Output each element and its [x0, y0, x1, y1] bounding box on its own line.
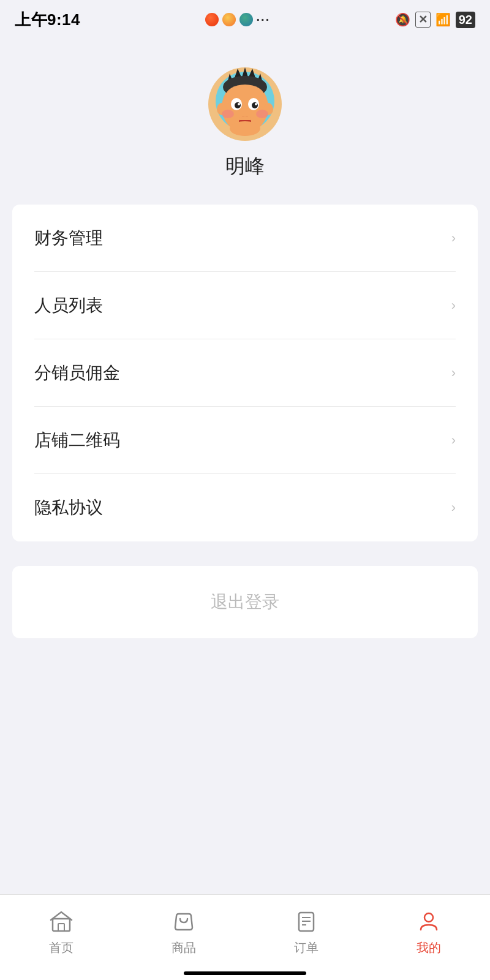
menu-item-privacy[interactable]: 隐私协议 ›	[12, 474, 478, 541]
nav-item-home[interactable]: 首页	[0, 907, 123, 956]
svg-rect-22	[53, 919, 70, 931]
nav-orders-label: 订单	[294, 940, 318, 956]
svg-point-14	[252, 102, 258, 108]
chevron-right-icon: ›	[451, 230, 456, 246]
nav-home-label: 首页	[49, 940, 74, 956]
battery-indicator: 92	[456, 12, 475, 28]
avatar-image	[208, 67, 282, 141]
wifi-icon: 📶	[435, 12, 451, 27]
avatar[interactable]	[208, 67, 282, 141]
svg-point-21	[230, 121, 260, 136]
nav-goods-label: 商品	[172, 940, 196, 956]
chevron-right-icon: ›	[451, 365, 456, 381]
goods-nav-icon	[169, 907, 198, 936]
menu-item-commission[interactable]: 分销员佣金 ›	[12, 339, 478, 407]
profile-section: 明峰	[0, 37, 490, 205]
status-bar: 上午9:14 ··· 🔕 ✕ 📶 92	[0, 0, 490, 37]
username-label: 明峰	[225, 153, 265, 180]
orders-nav-icon	[292, 907, 321, 936]
home-indicator	[184, 971, 306, 975]
svg-point-28	[424, 913, 433, 922]
svg-point-17	[222, 110, 234, 118]
logout-section: 退出登录	[12, 566, 478, 638]
menu-item-privacy-label: 隐私协议	[34, 496, 103, 519]
menu-item-qrcode[interactable]: 店铺二维码 ›	[12, 407, 478, 474]
status-app-icons: ···	[205, 13, 271, 27]
menu-item-finance[interactable]: 财务管理 ›	[12, 205, 478, 272]
menu-item-commission-label: 分销员佣金	[34, 361, 120, 385]
logout-button[interactable]: 退出登录	[211, 590, 279, 614]
nav-mine-label: 我的	[417, 940, 441, 956]
app-icon-3	[239, 13, 253, 26]
svg-point-18	[256, 110, 268, 118]
status-system-icons: 🔕 ✕ 📶 92	[395, 12, 475, 28]
nav-item-goods[interactable]: 商品	[123, 907, 245, 956]
svg-point-16	[255, 103, 257, 105]
svg-point-13	[235, 102, 241, 108]
more-icon: ···	[257, 13, 271, 27]
menu-item-qrcode-label: 店铺二维码	[34, 429, 120, 452]
nav-item-orders[interactable]: 订单	[245, 907, 368, 956]
home-nav-icon	[47, 907, 76, 936]
nav-item-mine[interactable]: 我的	[368, 907, 490, 956]
app-icon-2	[222, 13, 236, 26]
menu-item-personnel[interactable]: 人员列表 ›	[12, 272, 478, 339]
chevron-right-icon: ›	[451, 432, 456, 448]
mine-nav-icon	[414, 907, 443, 936]
svg-point-15	[238, 103, 240, 105]
x-icon: ✕	[415, 12, 431, 28]
status-time: 上午9:14	[15, 9, 80, 31]
menu-item-finance-label: 财务管理	[34, 227, 103, 250]
menu-card: 财务管理 › 人员列表 › 分销员佣金 › 店铺二维码 › 隐私协议 ›	[12, 205, 478, 541]
menu-item-personnel-label: 人员列表	[34, 294, 103, 317]
chevron-right-icon: ›	[451, 500, 456, 516]
mute-icon: 🔕	[395, 12, 410, 27]
bottom-nav: 首页 商品 订单 我的	[0, 894, 490, 980]
svg-rect-23	[58, 924, 64, 931]
chevron-right-icon: ›	[451, 298, 456, 314]
app-icon-1	[205, 13, 219, 26]
